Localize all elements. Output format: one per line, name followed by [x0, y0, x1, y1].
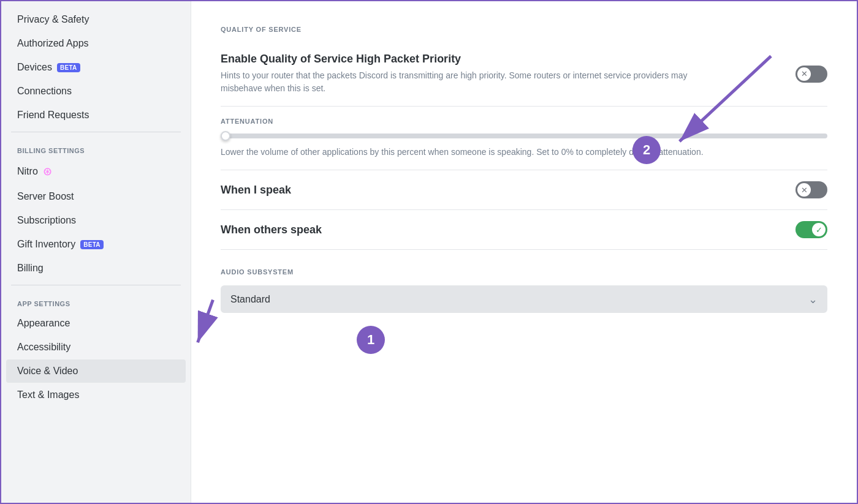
sidebar-item-text-images[interactable]: Text & Images	[6, 383, 186, 407]
sidebar-item-connections[interactable]: Connections	[6, 80, 186, 103]
beta-badge-gift: BETA	[80, 240, 104, 249]
sidebar-item-subscriptions[interactable]: Subscriptions	[6, 209, 186, 232]
quality-toggle-knob	[797, 67, 811, 81]
sidebar-item-gift-inventory[interactable]: Gift Inventory BETA	[6, 233, 186, 256]
when-others-speak-toggle-knob	[812, 223, 826, 236]
when-i-speak-toggle[interactable]	[795, 181, 827, 198]
billing-settings-label: BILLING SETTINGS	[1, 137, 191, 158]
attenuation-section: ATTENUATION Lower the volume of other ap…	[221, 107, 827, 170]
quality-title: Enable Quality of Service High Packet Pr…	[221, 53, 711, 66]
quality-setting-text: Enable Quality of Service High Packet Pr…	[221, 53, 711, 95]
when-others-speak-row: When others speak	[221, 210, 827, 250]
sidebar-item-authorized-apps[interactable]: Authorized Apps	[6, 32, 186, 55]
sidebar-item-devices[interactable]: Devices BETA	[6, 56, 186, 79]
sidebar-item-friend-requests[interactable]: Friend Requests	[6, 103, 186, 127]
main-content: 1 2 QUALITY OF SERVICE Enable Quality of…	[191, 1, 857, 503]
when-i-speak-label: When I speak	[221, 184, 291, 197]
toggle-check-icon	[816, 225, 822, 235]
when-i-speak-row: When I speak	[221, 170, 827, 210]
audio-subsystem-section: AUDIO SUBSYSTEM Standard Legacy ⌄	[221, 268, 827, 313]
toggle-x-icon-2	[801, 186, 808, 195]
quality-section-label: QUALITY OF SERVICE	[221, 26, 827, 33]
sidebar: Privacy & Safety Authorized Apps Devices…	[1, 1, 191, 503]
annotation-1: 1	[357, 326, 385, 354]
attenuation-label: ATTENUATION	[221, 118, 827, 125]
toggle-x-icon	[801, 69, 808, 78]
when-others-speak-toggle[interactable]	[795, 221, 827, 238]
sidebar-item-appearance[interactable]: Appearance	[6, 312, 186, 335]
sidebar-item-server-boost[interactable]: Server Boost	[6, 185, 186, 208]
when-i-speak-toggle-knob	[797, 183, 811, 197]
svg-line-2	[198, 300, 213, 343]
app-settings-label: APP SETTINGS	[1, 290, 191, 311]
audio-subsystem-select[interactable]: Standard Legacy	[221, 285, 827, 313]
quality-of-service-row: Enable Quality of Service High Packet Pr…	[221, 42, 827, 107]
audio-section-label: AUDIO SUBSYSTEM	[221, 268, 827, 276]
sidebar-item-accessibility[interactable]: Accessibility	[6, 336, 186, 359]
attenuation-slider-track	[221, 134, 827, 138]
sidebar-item-nitro[interactable]: Nitro ⊛	[6, 159, 186, 184]
annotation-circle-2: 2	[632, 136, 661, 164]
beta-badge-devices: BETA	[57, 63, 80, 72]
sidebar-divider-2	[11, 285, 181, 285]
annotation-circle-1: 1	[357, 326, 385, 354]
sidebar-divider-1	[11, 132, 181, 132]
sidebar-item-voice-video[interactable]: Voice & Video	[6, 359, 186, 383]
attenuation-slider-thumb[interactable]	[221, 131, 230, 141]
audio-dropdown-container: Standard Legacy ⌄	[221, 285, 827, 313]
nitro-icon: ⊛	[43, 165, 52, 178]
when-others-speak-label: When others speak	[221, 224, 322, 236]
quality-description: Hints to your router that the packets Di…	[221, 69, 711, 95]
sidebar-item-privacy-safety[interactable]: Privacy & Safety	[6, 8, 186, 31]
annotation-2: 2	[632, 136, 661, 164]
quality-toggle[interactable]	[795, 66, 827, 83]
sidebar-item-billing[interactable]: Billing	[6, 257, 186, 280]
